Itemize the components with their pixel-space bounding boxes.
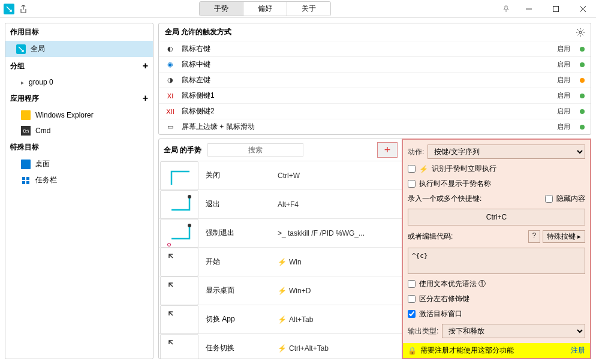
trigger-status: 启用 [557, 107, 570, 116]
sidebar-item-explorer[interactable]: Windows Explorer [5, 107, 153, 123]
gesture-row[interactable]: 关闭 Ctrl+W [159, 161, 402, 190]
help-button[interactable]: ? [528, 230, 540, 243]
gesture-name: 退出 [206, 199, 278, 209]
gestures-panel: 全局 的手势 + 关闭 Ctrl+W 退出 Alt+F4 强制退出 >_ tas… [159, 139, 402, 359]
special-header: 特殊目标 [5, 139, 153, 156]
svg-point-9 [168, 243, 171, 246]
modifiers-checkbox[interactable] [408, 295, 416, 303]
trigger-name: 鼠标侧键2 [182, 106, 551, 116]
action-label: 动作: [408, 147, 424, 157]
trigger-status: 启用 [557, 76, 570, 85]
modifiers-label: 区分左右修饰键 [419, 294, 469, 304]
trigger-icon: ◑ [165, 76, 176, 84]
svg-rect-3 [26, 177, 29, 180]
gesture-name: 关闭 [206, 170, 278, 181]
trigger-name: 鼠标侧键1 [182, 91, 551, 101]
sidebar-item-label: Cmd [35, 127, 50, 135]
trigger-row[interactable]: ▭ 屏幕上边缘 + 鼠标滑动 启用 [159, 119, 591, 134]
edit-code-label: 或者编辑代码: [408, 231, 453, 242]
register-link[interactable]: 注册 [571, 345, 585, 356]
taskbar-icon [21, 176, 31, 185]
status-dot [580, 78, 585, 83]
gesture-row[interactable]: 开始 ⚡Win [159, 248, 402, 276]
action-panel: 动作: 按键/文字序列 ⚡ 识别手势时立即执行 执行时不显示手势名称 录入一个或… [402, 139, 591, 359]
add-group-button[interactable]: + [143, 61, 148, 71]
gesture-row[interactable]: 切换 App ⚡Alt+Tab [159, 305, 402, 334]
tab-about[interactable]: 关于 [287, 2, 330, 16]
svg-rect-5 [26, 181, 29, 184]
trigger-row[interactable]: ◐ 鼠标右键 启用 [159, 41, 591, 56]
gesture-name: 开始 [206, 257, 278, 267]
svg-rect-1 [553, 6, 558, 11]
tab-preferences[interactable]: 偏好 [243, 2, 287, 16]
chevron-right-icon: ▸ [21, 79, 24, 86]
sidebar-item-group0[interactable]: ▸ group 0 [5, 75, 153, 89]
hidename-checkbox[interactable] [408, 180, 416, 188]
sidebar-item-desktop[interactable]: 桌面 [5, 156, 153, 172]
gesture-shape [160, 334, 198, 359]
trigger-status: 启用 [557, 60, 570, 69]
bolt-icon: ⚡ [278, 344, 287, 353]
shortcut-input[interactable]: Ctrl+C [408, 209, 585, 225]
close-button[interactable] [569, 0, 596, 18]
status-dot [580, 47, 585, 52]
gesture-shortcut: ⚡Alt+Tab [278, 314, 396, 324]
apps-header: 应用程序 + [5, 89, 153, 107]
app-icon [4, 4, 14, 14]
special-keys-button[interactable]: 特殊按键 ▸ [543, 230, 585, 243]
lock-icon: 🔒 [408, 347, 417, 355]
trigger-icon: ◉ [165, 61, 176, 68]
register-message: 需要注册才能使用这部分功能 [420, 345, 514, 356]
output-type-label: 输出类型: [408, 326, 438, 336]
status-dot [580, 125, 585, 130]
trigger-row[interactable]: XI 鼠标侧键1 启用 [159, 88, 591, 103]
bolt-icon: ⚡ [278, 315, 287, 324]
gesture-row[interactable]: 任务切换 ⚡Ctrl+Alt+Tab [159, 334, 402, 359]
tab-gestures[interactable]: 手势 [200, 2, 243, 16]
hide-content-label: 隐藏内容 [556, 194, 585, 204]
maximize-button[interactable] [542, 0, 569, 18]
svg-rect-2 [22, 177, 25, 180]
sidebar-item-cmd[interactable]: C:\ Cmd [5, 123, 153, 139]
trigger-row[interactable]: ◑ 鼠标左键 启用 [159, 72, 591, 88]
add-app-button[interactable]: + [143, 93, 148, 104]
gestures-title: 全局 的手势 [164, 145, 201, 155]
sidebar-item-label: 全局 [31, 44, 45, 54]
pin-icon[interactable] [497, 0, 515, 18]
action-select[interactable]: 按键/文字序列 [428, 145, 585, 159]
svg-rect-4 [22, 181, 25, 184]
gear-icon[interactable] [576, 28, 585, 37]
explorer-icon [21, 110, 31, 120]
sidebar-item-taskbar[interactable]: 任务栏 [5, 172, 153, 188]
global-icon [16, 44, 26, 54]
text-syntax-checkbox[interactable] [408, 280, 416, 288]
hide-content-checkbox[interactable] [545, 195, 553, 203]
gesture-row[interactable]: 退出 Alt+F4 [159, 190, 402, 219]
minimize-button[interactable] [515, 0, 542, 18]
groups-header: 分组 + [5, 57, 153, 75]
triggers-title: 全局 允许的触发方式 [165, 27, 231, 37]
gesture-row[interactable]: 显示桌面 ⚡Win+D [159, 276, 402, 305]
gesture-shortcut: Alt+F4 [278, 199, 396, 209]
activate-label: 激活目标窗口 [419, 309, 462, 319]
record-shortcuts-label: 录入一个或多个快捷键: [408, 194, 481, 204]
svg-point-6 [579, 31, 582, 34]
add-gesture-button[interactable]: + [377, 142, 398, 158]
trigger-name: 屏幕上边缘 + 鼠标滑动 [182, 122, 551, 132]
trigger-row[interactable]: ◉ 鼠标中键 启用 [159, 56, 591, 72]
bolt-icon: ⚡ [278, 258, 287, 266]
gesture-row[interactable]: 强制退出 >_ taskkill /F /PID %WG_... [159, 219, 402, 248]
gesture-shape [160, 276, 198, 305]
output-type-select[interactable]: 按下和释放 [442, 324, 585, 338]
share-icon[interactable] [18, 4, 29, 14]
trigger-status: 启用 [557, 122, 570, 131]
sidebar-item-global[interactable]: 全局 [5, 41, 153, 57]
gesture-name: 显示桌面 [206, 285, 278, 296]
recognize-checkbox[interactable] [408, 165, 416, 173]
activate-checkbox[interactable] [408, 310, 416, 318]
bolt-icon: ⚡ [278, 287, 287, 295]
code-input[interactable]: ^{c} [408, 248, 585, 274]
text-syntax-label: 使用文本优先语法 ① [419, 279, 486, 289]
search-input[interactable] [207, 143, 303, 157]
trigger-row[interactable]: XII 鼠标侧键2 启用 [159, 103, 591, 119]
